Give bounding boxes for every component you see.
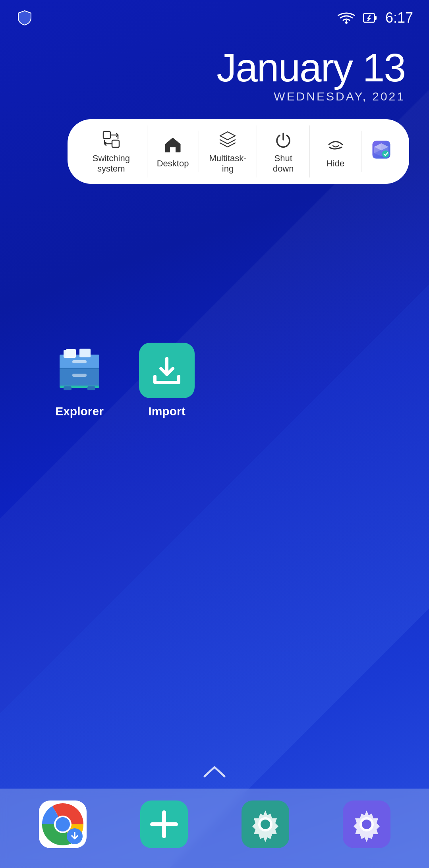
dock-settings1[interactable]	[242, 800, 289, 848]
quick-item-hide[interactable]: Hide	[310, 131, 361, 172]
svg-rect-3	[103, 131, 110, 139]
quick-item-cube[interactable]	[361, 136, 401, 167]
switch-icon	[100, 129, 122, 150]
quick-item-multitasking[interactable]: Multitask-ing	[199, 125, 257, 177]
svg-rect-5	[170, 147, 176, 152]
dock-add[interactable]	[140, 800, 188, 848]
svg-rect-2	[375, 16, 377, 20]
eye-closed-icon	[325, 134, 346, 155]
battery-icon	[363, 12, 377, 24]
app-item-import[interactable]: Import	[135, 343, 199, 418]
svg-point-27	[56, 817, 70, 831]
svg-rect-18	[72, 374, 87, 377]
home-icon	[162, 134, 184, 155]
layers-icon	[217, 129, 238, 150]
svg-rect-20	[66, 349, 76, 358]
explorer-label: Explorer	[55, 405, 104, 418]
import-app-icon	[139, 343, 195, 398]
quick-action-bar: Switching system Desktop Multitask-in	[68, 119, 409, 184]
svg-point-11	[382, 150, 389, 158]
quick-item-switching-system[interactable]: Switching system	[75, 125, 147, 177]
dock-bar	[0, 789, 429, 868]
svg-rect-23	[64, 386, 72, 390]
svg-rect-16	[60, 368, 99, 369]
chevron-up-icon	[199, 762, 230, 782]
multitasking-label: Multitask-ing	[209, 153, 246, 174]
quick-item-desktop[interactable]: Desktop	[147, 131, 199, 172]
dock-handle[interactable]	[0, 754, 429, 789]
date-area: January 13 WEDNESDAY, 2021	[0, 32, 429, 111]
explorer-app-icon	[52, 343, 107, 398]
svg-point-30	[261, 820, 270, 829]
time-display: 6:17	[385, 10, 413, 26]
hide-label: Hide	[327, 158, 344, 169]
cube-icon	[371, 139, 392, 160]
dock-settings2[interactable]	[343, 800, 390, 848]
svg-point-32	[362, 820, 371, 829]
switching-system-label: Switching system	[87, 153, 136, 174]
svg-rect-4	[112, 140, 119, 147]
svg-rect-14	[60, 368, 99, 386]
wifi-icon	[338, 12, 355, 24]
svg-rect-24	[87, 386, 95, 390]
quick-item-shut-down[interactable]: Shut down	[257, 125, 310, 177]
app-item-explorer[interactable]: Explorer	[48, 343, 111, 418]
svg-point-0	[345, 21, 348, 24]
dock-area	[0, 754, 429, 868]
shut-down-label: Shut down	[268, 153, 298, 174]
svg-rect-21	[79, 349, 91, 357]
shield-icon	[16, 9, 33, 27]
import-label: Import	[148, 405, 185, 418]
svg-rect-17	[72, 360, 87, 363]
status-bar: 6:17	[0, 0, 429, 32]
power-icon	[272, 129, 294, 150]
desktop-label: Desktop	[157, 158, 189, 169]
date-main: January 13	[0, 48, 405, 87]
date-sub: WEDNESDAY, 2021	[0, 90, 405, 103]
app-grid: Explorer Import	[0, 184, 429, 418]
dock-chrome[interactable]	[39, 800, 87, 848]
